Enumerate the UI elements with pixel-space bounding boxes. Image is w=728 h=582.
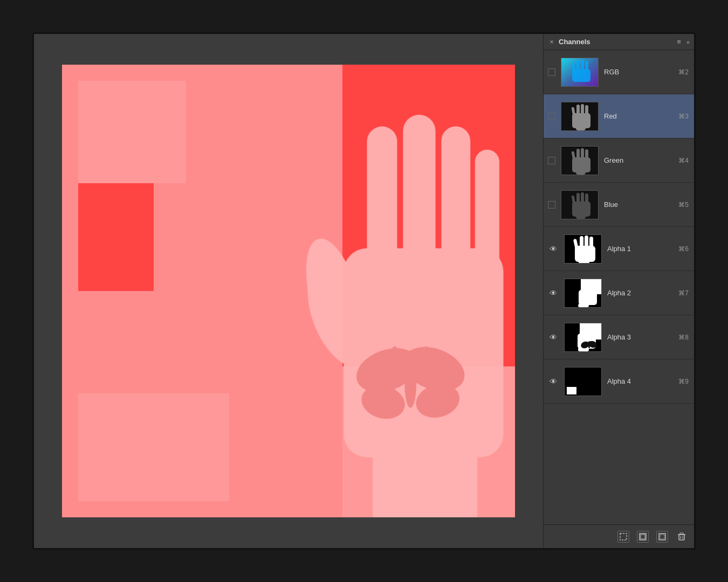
channel-name-rgb: RGB: [604, 68, 690, 76]
channel-thumb-red: [561, 102, 599, 131]
channel-eye-alpha3[interactable]: 👁: [548, 332, 559, 343]
channel-shortcut-alpha1: ⌘6: [678, 245, 689, 253]
svg-point-15: [393, 347, 397, 351]
channel-thumb-alpha1: [564, 234, 602, 264]
channel-shortcut-blue: ⌘5: [678, 201, 689, 209]
channel-thumb-alpha4: [564, 367, 602, 396]
channel-row-red[interactable]: Red ⌘3: [544, 94, 694, 138]
channel-shortcut-rgb: ⌘2: [678, 68, 689, 76]
channel-shortcut-green: ⌘4: [678, 157, 689, 164]
channel-thumb-alpha2: [564, 279, 602, 308]
channel-info-red: Red: [604, 112, 690, 120]
channel-name-alpha1: Alpha 1: [607, 245, 690, 253]
svg-rect-28: [572, 113, 590, 128]
channel-row-rgb[interactable]: RGB ⌘2: [544, 50, 694, 94]
channel-visibility-checkbox-green[interactable]: [548, 157, 555, 164]
svg-point-16: [424, 347, 429, 351]
svg-rect-67: [567, 387, 576, 394]
channel-thumb-green: [561, 146, 599, 175]
svg-rect-73: [679, 535, 684, 540]
channel-name-blue: Blue: [604, 200, 690, 209]
channel-shortcut-red: ⌘3: [678, 113, 689, 120]
svg-rect-70: [641, 535, 645, 539]
channel-eye-alpha1[interactable]: 👁: [548, 244, 559, 254]
channel-info-alpha4: Alpha 4: [607, 377, 690, 385]
svg-rect-68: [620, 534, 627, 540]
svg-rect-55: [579, 290, 597, 305]
save-channel-icon[interactable]: [637, 531, 649, 543]
channels-panel: × Channels ≡ «: [543, 34, 694, 548]
svg-rect-75: [680, 533, 683, 535]
channel-visibility-checkbox-rgb[interactable]: [548, 68, 555, 76]
svg-rect-7: [373, 434, 477, 517]
svg-rect-35: [572, 157, 590, 172]
channel-shortcut-alpha2: ⌘7: [678, 289, 689, 297]
close-button[interactable]: ×: [548, 38, 555, 46]
channel-thumb-blue: [561, 190, 599, 219]
channel-name-alpha2: Alpha 2: [607, 289, 690, 297]
svg-rect-49: [575, 246, 595, 262]
channel-info-rgb: RGB: [604, 68, 690, 76]
panel-menu-icon[interactable]: ≡: [677, 38, 681, 46]
channel-thumb-alpha3: [564, 323, 602, 352]
svg-rect-65: [588, 341, 590, 348]
channel-visibility-checkbox-red[interactable]: [548, 113, 555, 120]
channel-info-blue: Blue: [604, 200, 690, 209]
svg-rect-29: [576, 126, 586, 130]
canvas-rect-top-left: [78, 81, 186, 183]
panel-footer: [544, 524, 694, 548]
channel-name-alpha4: Alpha 4: [607, 377, 690, 385]
panel-titlebar: × Channels ≡ «: [544, 34, 694, 50]
channel-row-blue[interactable]: Blue ⌘5: [544, 183, 694, 227]
channel-info-alpha3: Alpha 3: [607, 333, 690, 341]
svg-rect-42: [572, 202, 590, 217]
channel-info-alpha2: Alpha 2: [607, 289, 690, 297]
svg-rect-36: [576, 170, 586, 175]
channel-eye-alpha4[interactable]: 👁: [548, 376, 559, 387]
panel-titlebar-left: × Channels: [548, 38, 590, 46]
channel-name-red: Red: [604, 112, 690, 120]
panel-title: Channels: [559, 38, 590, 46]
channel-row-alpha1[interactable]: 👁 Alpha 1: [544, 227, 694, 271]
channel-shortcut-alpha4: ⌘9: [678, 378, 689, 385]
mask-icon[interactable]: [656, 531, 668, 543]
channel-name-alpha3: Alpha 3: [607, 333, 690, 341]
svg-rect-43: [576, 214, 586, 219]
channel-name-green: Green: [604, 156, 690, 164]
channel-row-green[interactable]: Green ⌘4: [544, 138, 694, 183]
channel-row-alpha4[interactable]: 👁 Alpha 4 ⌘9: [544, 359, 694, 404]
channel-thumb-rgb: [561, 58, 599, 87]
channel-info-alpha1: Alpha 1: [607, 245, 690, 253]
svg-rect-56: [578, 304, 589, 307]
channel-row-alpha2[interactable]: 👁 Alpha 2: [544, 271, 694, 315]
svg-rect-22: [572, 69, 590, 82]
canvas-area: [34, 34, 543, 548]
canvas-rect-cutout: [78, 183, 154, 291]
collapse-icon[interactable]: «: [686, 39, 690, 45]
channel-shortcut-alpha3: ⌘8: [678, 334, 689, 341]
svg-point-12: [404, 362, 416, 408]
channel-visibility-checkbox-blue[interactable]: [548, 201, 555, 209]
selection-icon[interactable]: [617, 531, 629, 543]
delete-icon[interactable]: [676, 531, 688, 543]
app-window: × Channels ≡ «: [32, 32, 696, 550]
channel-eye-alpha2[interactable]: 👁: [548, 288, 559, 299]
channel-row-alpha3[interactable]: 👁: [544, 315, 694, 359]
canvas: [62, 65, 515, 517]
svg-rect-72: [660, 535, 664, 539]
channels-list: RGB ⌘2: [544, 50, 694, 524]
hand-illustration: [175, 92, 515, 517]
channel-info-green: Green: [604, 156, 690, 164]
svg-rect-50: [579, 260, 589, 264]
